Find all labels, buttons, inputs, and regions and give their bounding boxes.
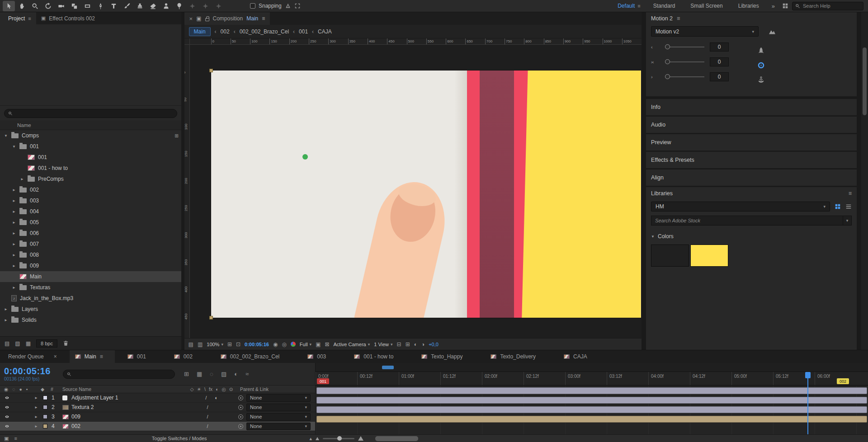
flowchart-toggle-icon[interactable]: ≡ xyxy=(14,436,17,441)
workspace-item[interactable]: Libraries xyxy=(732,3,768,9)
slider-value[interactable]: 0 xyxy=(710,72,729,81)
clone-stamp-tool[interactable] xyxy=(134,1,146,11)
workspace-grid-icon[interactable] xyxy=(778,3,792,9)
slider-chevron-icon[interactable]: › xyxy=(651,74,660,80)
snap-beyond-edges-icon[interactable] xyxy=(294,3,301,9)
scrollbar-thumb[interactable] xyxy=(863,47,867,115)
graph-editor-icon[interactable]: ≈ xyxy=(245,371,249,377)
quality-switch[interactable]: / xyxy=(207,423,208,429)
parent-dropdown[interactable]: None ▾ xyxy=(246,413,311,421)
layer-duration-bar[interactable] xyxy=(316,397,867,404)
timeline-tab[interactable]: 002_002_Brazo_Cel xyxy=(215,350,295,363)
layer-label-color[interactable] xyxy=(40,395,51,400)
viewer-timecode[interactable]: 0:00:05:16 xyxy=(245,342,269,347)
fast-previews-icon[interactable]: ◐ xyxy=(414,341,417,348)
transparency-grid-icon[interactable]: ⊠ xyxy=(325,341,329,348)
layer-row[interactable]: ► 3 009 / None ▾ xyxy=(0,412,315,422)
twirl-icon[interactable] xyxy=(12,221,16,225)
twirl-icon[interactable]: ► xyxy=(34,424,40,428)
reset-exposure-icon[interactable]: ◑ xyxy=(421,341,425,348)
workspace-menu-icon[interactable]: ≡ xyxy=(637,3,640,9)
export-frame-icon[interactable]: ▤ xyxy=(189,341,193,348)
solo-icon[interactable]: ● xyxy=(19,386,22,392)
rectangle-tool[interactable] xyxy=(81,1,94,11)
motion-blur-icon[interactable]: ◐ xyxy=(234,371,238,377)
anchor-point-dot[interactable] xyxy=(302,154,308,160)
tool-option-3[interactable] xyxy=(212,1,225,11)
show-snapshot-icon[interactable]: ◎ xyxy=(282,341,286,348)
grid-view-icon[interactable] xyxy=(835,203,841,210)
interpret-footage-icon[interactable]: ▤ xyxy=(5,340,9,347)
swatch-dark[interactable] xyxy=(651,245,689,267)
zoom-out-mountain-icon[interactable] xyxy=(316,437,319,440)
snapshot-icon[interactable]: ◉ xyxy=(273,341,278,348)
motion-slider[interactable] xyxy=(665,61,704,62)
panel-menu-icon[interactable]: ≡ xyxy=(28,16,31,21)
pick-whip-icon[interactable] xyxy=(238,424,243,429)
frame-blending-icon[interactable]: ▨ xyxy=(221,371,226,377)
tree-item[interactable]: 007 xyxy=(0,239,181,249)
eye-icon[interactable] xyxy=(4,414,10,419)
slider-value[interactable]: 0 xyxy=(710,57,729,66)
camera-tool[interactable] xyxy=(55,1,67,11)
breadcrumb-item[interactable]: Main xyxy=(189,27,211,36)
pick-whip-icon[interactable] xyxy=(238,414,243,419)
twirl-icon[interactable] xyxy=(12,242,16,246)
comp-marker[interactable]: 001 xyxy=(317,378,329,384)
layer-row[interactable]: ► 1 Adjustment Layer 1 / ◐ None ▾ xyxy=(0,393,315,403)
vertical-scrollbar[interactable] xyxy=(861,12,868,350)
roto-brush-tool[interactable] xyxy=(160,1,172,11)
tree-item[interactable]: Solids xyxy=(0,315,181,325)
mask-visibility-icon[interactable]: ⊡ xyxy=(236,341,241,348)
anchor-icon[interactable] xyxy=(757,76,765,84)
panel-menu-icon[interactable]: ≡ xyxy=(100,353,103,360)
quality-switch[interactable]: / xyxy=(207,404,208,410)
eye-icon[interactable] xyxy=(4,395,10,400)
zoom-in-mountain-icon[interactable] xyxy=(358,436,363,441)
parent-dropdown[interactable]: None ▾ xyxy=(246,404,311,411)
lock-icon[interactable]: ▪ xyxy=(26,386,28,392)
layer-label-color[interactable] xyxy=(40,424,51,428)
twirl-icon[interactable] xyxy=(12,188,16,192)
display-settings-icon[interactable]: ▥ xyxy=(198,341,203,348)
pick-whip-icon[interactable] xyxy=(238,395,243,400)
twirl-icon[interactable] xyxy=(12,253,16,257)
pen-tool[interactable] xyxy=(94,1,107,11)
adjustment-switch[interactable]: ◐ xyxy=(215,395,218,400)
layer-name[interactable]: 009 xyxy=(71,414,185,420)
slider-knob[interactable] xyxy=(665,74,670,79)
toggle-switches-label[interactable]: Toggle Switches / Modes xyxy=(152,436,207,441)
tree-item[interactable]: Comps ⊞ xyxy=(0,130,181,141)
workspace-item[interactable]: Standard xyxy=(647,3,684,9)
shy-icon[interactable]: ◇ xyxy=(190,386,194,392)
panel-menu-icon[interactable]: ≡ xyxy=(849,190,852,197)
project-search-input[interactable] xyxy=(15,111,173,116)
adjustment-col-icon[interactable]: ◎ xyxy=(222,386,226,392)
panel-tab[interactable]: ▣ Effect Controls 002 xyxy=(36,12,103,24)
collapsed-panel[interactable]: Info xyxy=(646,99,857,115)
twirl-icon[interactable] xyxy=(20,177,24,181)
tree-item[interactable]: 001 xyxy=(0,141,181,152)
motion-slider[interactable] xyxy=(665,76,704,77)
twirl-icon[interactable] xyxy=(12,145,16,149)
twirl-icon[interactable] xyxy=(12,286,16,290)
motion-slider[interactable] xyxy=(665,47,704,47)
composition-viewport[interactable]: 0 50 100 150 200 250 300 350 400 xyxy=(184,45,642,338)
rocket-icon[interactable] xyxy=(757,47,765,55)
rotation-tool[interactable] xyxy=(42,1,54,11)
number-column-header[interactable]: # xyxy=(51,386,62,392)
breadcrumb-item[interactable]: 002_002_Brazo_Cel xyxy=(234,28,289,35)
tree-item[interactable]: 009 xyxy=(0,260,181,271)
pin-icon[interactable] xyxy=(757,61,765,69)
draft-3d-icon[interactable]: ▦ xyxy=(197,371,202,377)
tool-option-2[interactable] xyxy=(199,1,212,11)
twirl-icon[interactable] xyxy=(4,134,8,138)
collapsed-panel[interactable]: Preview xyxy=(646,134,857,150)
list-view-icon[interactable] xyxy=(845,203,852,210)
time-navigator[interactable] xyxy=(316,363,868,372)
layer-name[interactable]: 002 xyxy=(71,423,185,429)
timeline-tab[interactable]: 002 xyxy=(169,350,208,363)
slider-knob[interactable] xyxy=(665,44,670,49)
panel-menu-icon[interactable]: ≡ xyxy=(677,15,680,22)
comp-mini-flowchart-icon[interactable]: ⊞ xyxy=(184,371,189,377)
